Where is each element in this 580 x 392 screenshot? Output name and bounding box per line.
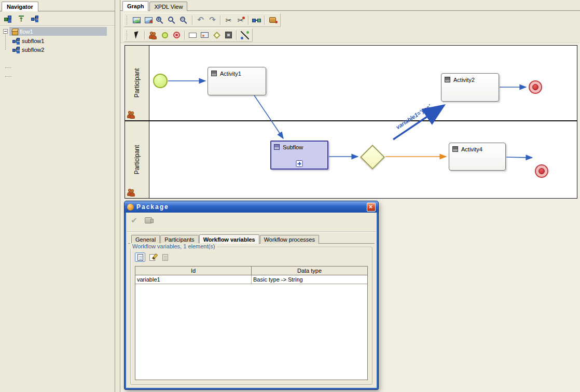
transition-activity1-subflow[interactable] bbox=[254, 95, 283, 138]
go-to-parent-icon bbox=[18, 16, 23, 22]
tab-xpdl-view[interactable]: XPDL View bbox=[149, 2, 187, 11]
tab-workflow-processes-label: Workflow processes bbox=[264, 236, 315, 243]
end-event-node-2[interactable] bbox=[535, 164, 548, 178]
relations-icon bbox=[31, 16, 38, 22]
collapse-toggle[interactable] bbox=[3, 29, 8, 34]
activity-label: Activity2 bbox=[453, 77, 475, 83]
expand-subflow-button[interactable] bbox=[296, 160, 303, 167]
add-variable-button[interactable] bbox=[135, 253, 145, 262]
dialog-toolbar-divider bbox=[127, 231, 376, 232]
block-activity-tool-button[interactable] bbox=[223, 30, 234, 41]
show-references-button[interactable] bbox=[251, 15, 263, 26]
birds-eye-view-button[interactable] bbox=[143, 15, 155, 26]
package-tools-icon bbox=[269, 17, 276, 23]
image-icon bbox=[133, 17, 141, 23]
dialog-tabs: General Participants Workflow variables … bbox=[131, 234, 319, 244]
redo-button[interactable] bbox=[206, 15, 218, 26]
column-header-data-type[interactable]: Data type bbox=[252, 267, 367, 275]
cell-data-type: Basic type -> String bbox=[252, 275, 367, 284]
dialog-title: Package bbox=[136, 203, 169, 211]
activity4-node[interactable]: Activity4 bbox=[449, 143, 506, 171]
tab-workflow-processes[interactable]: Workflow processes bbox=[260, 235, 319, 244]
tree-item-flow1[interactable]: flow1 bbox=[0, 27, 115, 36]
select-tool-button[interactable] bbox=[131, 30, 143, 41]
actual-zoom-button[interactable] bbox=[167, 15, 178, 26]
delete-variable-button[interactable] bbox=[160, 253, 170, 262]
activity-tool-button[interactable] bbox=[187, 30, 199, 41]
start-event-icon bbox=[162, 32, 168, 38]
activity-label: Activity1 bbox=[220, 71, 241, 77]
transition-activity4-end[interactable] bbox=[506, 157, 532, 158]
subflow-tool-button[interactable] bbox=[199, 30, 211, 41]
tab-xpdl-view-label: XPDL View bbox=[154, 4, 183, 10]
table-row[interactable]: variable1 Basic type -> String bbox=[135, 275, 367, 284]
column-header-id[interactable]: Id bbox=[135, 267, 252, 275]
participant-tool-button[interactable] bbox=[147, 30, 159, 41]
delete-icon bbox=[162, 254, 168, 261]
save-graph-image-button[interactable] bbox=[131, 15, 143, 26]
start-event-node[interactable] bbox=[153, 74, 168, 88]
close-button[interactable] bbox=[367, 203, 376, 212]
tab-workflow-variables[interactable]: Workflow variables bbox=[199, 234, 259, 244]
panel-splitter[interactable] bbox=[116, 0, 120, 392]
start-event-tool-button[interactable] bbox=[159, 30, 171, 41]
package-dialog: Package General Participants Workflow va… bbox=[125, 201, 378, 389]
end-event-tool-button[interactable] bbox=[171, 30, 183, 41]
toolbar-separator bbox=[248, 16, 249, 25]
package-tools-button[interactable] bbox=[267, 15, 279, 26]
dialog-body: General Participants Workflow variables … bbox=[126, 213, 377, 388]
package-pour-button[interactable] bbox=[142, 215, 154, 226]
dialog-title-bar[interactable]: Package bbox=[125, 201, 378, 213]
transition-tool-button[interactable] bbox=[239, 30, 251, 41]
cursor-icon bbox=[134, 31, 140, 38]
toolbar-grip[interactable] bbox=[127, 16, 128, 25]
tools-toolbar bbox=[123, 28, 253, 42]
tree-connector bbox=[5, 76, 11, 77]
tab-participants[interactable]: Participants bbox=[160, 235, 198, 244]
toolbar-separator bbox=[144, 31, 145, 40]
route-tool-button[interactable] bbox=[211, 30, 223, 41]
transitions-layer bbox=[120, 43, 580, 204]
tab-graph[interactable]: Graph bbox=[122, 1, 148, 11]
zoom-out-button[interactable] bbox=[178, 15, 190, 26]
navigator-tab-label: Navigator bbox=[7, 4, 33, 10]
undo-button[interactable] bbox=[195, 15, 206, 26]
new-package-button[interactable] bbox=[2, 13, 13, 24]
variables-table: Id Data type variable1 Basic type -> Str… bbox=[135, 266, 368, 380]
toolbar-separator bbox=[264, 16, 265, 25]
new-icon bbox=[137, 254, 143, 261]
edit-icon bbox=[149, 254, 156, 261]
block-activity-icon bbox=[225, 32, 232, 38]
apply-button[interactable] bbox=[128, 215, 140, 226]
workspace-tabs: Graph XPDL View bbox=[122, 1, 187, 11]
table-header: Id Data type bbox=[135, 267, 367, 275]
tree-item-label: flow1 bbox=[20, 29, 33, 35]
zoom-in-button[interactable] bbox=[155, 15, 167, 26]
cut-button[interactable] bbox=[223, 15, 234, 26]
tab-general[interactable]: General bbox=[131, 235, 160, 244]
edit-variable-button[interactable] bbox=[147, 253, 158, 262]
activity1-node[interactable]: Activity1 bbox=[208, 67, 266, 95]
navigator-tree: flow1 subflow1 subflow2 bbox=[0, 27, 115, 54]
show-relations-button[interactable] bbox=[29, 13, 40, 24]
subflow-node[interactable]: Subflow bbox=[270, 141, 328, 170]
dialog-toolbar bbox=[128, 215, 154, 226]
end-event-node-1[interactable] bbox=[529, 80, 542, 94]
dialog-app-icon bbox=[127, 204, 134, 211]
zoom-out-icon bbox=[180, 17, 185, 22]
tree-item-subflow2[interactable]: subflow2 bbox=[0, 45, 115, 54]
new-package-icon bbox=[4, 16, 11, 22]
tab-navigator[interactable]: Navigator bbox=[2, 2, 38, 11]
navigator-toolbar bbox=[2, 13, 40, 24]
toolbar-grip[interactable] bbox=[127, 31, 128, 40]
toolbar-separator bbox=[236, 31, 237, 40]
activity2-node[interactable]: Activity2 bbox=[441, 73, 499, 102]
tree-item-subflow1[interactable]: subflow1 bbox=[0, 36, 115, 45]
remove-button[interactable] bbox=[234, 15, 246, 26]
subflow-icon bbox=[12, 47, 20, 53]
tree-connector bbox=[5, 67, 11, 68]
navigator-toolbar-divider bbox=[0, 25, 115, 26]
activity-icon bbox=[452, 146, 458, 152]
go-to-parent-button[interactable] bbox=[15, 13, 27, 24]
toolbar-separator bbox=[192, 16, 193, 25]
